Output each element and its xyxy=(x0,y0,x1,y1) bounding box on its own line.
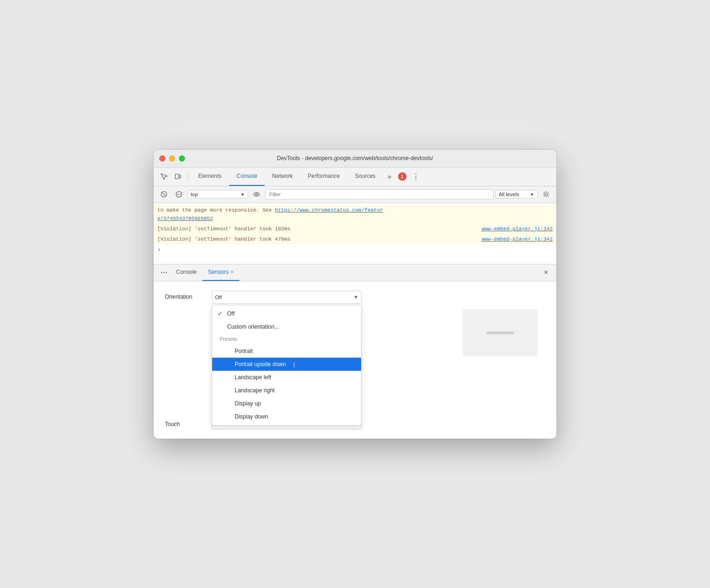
levels-selector[interactable]: All levels ▼ xyxy=(496,190,538,198)
sensors-tab-close[interactable]: × xyxy=(230,269,234,275)
orientation-selector[interactable]: Off ▼ xyxy=(212,291,362,304)
chromestatus-link2[interactable]: e/5745543795965952 xyxy=(157,216,213,221)
dropdown-item-landscape-right[interactable]: Landscape right xyxy=(212,384,361,397)
cursor-indicator: | xyxy=(293,361,295,368)
console-settings-button[interactable] xyxy=(540,188,553,201)
tab-navigation: Elements Console Network Performance Sou… xyxy=(191,167,383,186)
orientation-label: Orientation xyxy=(165,291,212,300)
error-count: 1 xyxy=(401,174,404,179)
prompt-chevron: › xyxy=(157,246,161,253)
svg-point-10 xyxy=(163,272,164,273)
drawer-tab-console[interactable]: Console xyxy=(170,264,202,281)
inspect-element-button[interactable] xyxy=(157,170,170,183)
dropdown-item-display-down[interactable]: Display down xyxy=(212,410,361,423)
toolbar-divider xyxy=(187,172,188,181)
tab-performance[interactable]: Performance xyxy=(300,167,348,186)
svg-rect-0 xyxy=(175,174,179,179)
main-menu-button[interactable]: ⋮ xyxy=(409,170,422,183)
console-prompt[interactable]: › xyxy=(154,244,556,255)
minimize-button[interactable] xyxy=(169,155,175,162)
drawer-more-button[interactable] xyxy=(157,266,170,279)
phone-mockup xyxy=(463,309,538,356)
clear-console-button[interactable] xyxy=(157,188,170,201)
maximize-button[interactable] xyxy=(179,155,185,162)
console-toolbar: top ▼ All levels ▼ xyxy=(154,186,556,203)
tab-network[interactable]: Network xyxy=(265,167,300,186)
phone-mockup-bar xyxy=(486,331,514,334)
dropdown-item-custom[interactable]: Custom orientation... xyxy=(212,320,361,333)
levels-value: All levels xyxy=(499,191,519,197)
svg-point-7 xyxy=(256,193,258,195)
orientation-arrow: ▼ xyxy=(354,294,358,300)
error-count-badge: 1 xyxy=(398,172,407,181)
main-toolbar: Elements Console Network Performance Sou… xyxy=(154,168,556,186)
sensors-panel: Orientation Off ▼ Off Custom orientation… xyxy=(154,281,556,439)
console-line-timeout1: [Violation] 'setTimeout' handler took 10… xyxy=(154,224,556,234)
svg-point-6 xyxy=(254,192,259,196)
dropdown-item-display-up[interactable]: Display up xyxy=(212,397,361,410)
orientation-control: Off ▼ Off Custom orientation... Presets xyxy=(212,291,545,304)
dropdown-item-landscape-left[interactable]: Landscape left xyxy=(212,371,361,384)
no-entry-button[interactable] xyxy=(172,188,185,201)
levels-arrow: ▼ xyxy=(530,192,534,197)
dropdown-item-portrait[interactable]: Portrait xyxy=(212,345,361,358)
drawer-tab-sensors[interactable]: Sensors × xyxy=(202,264,239,281)
console-line-timeout2: [Violation] 'setTimeout' handler took 47… xyxy=(154,234,556,244)
devtools-window: DevTools - developers.google.com/web/too… xyxy=(154,150,556,439)
touch-label: Touch xyxy=(165,418,212,427)
svg-point-8 xyxy=(545,193,547,196)
console-output: to make the page more responsive. See ht… xyxy=(154,203,556,264)
bottom-panel: Console Sensors × × Orientation Off ▼ xyxy=(154,264,556,439)
chromestatus-link[interactable]: https://www.chromestatus.com/featur xyxy=(275,207,383,213)
violation-text-2: [Violation] 'setTimeout' handler took 47… xyxy=(157,235,474,243)
svg-line-3 xyxy=(163,193,165,196)
svg-point-9 xyxy=(161,272,162,273)
context-value: top xyxy=(191,191,198,197)
svg-point-11 xyxy=(166,272,167,273)
device-toggle-button[interactable] xyxy=(171,170,185,183)
dropdown-item-portrait-upside-down[interactable]: Portrait upside down | xyxy=(212,358,361,371)
console-line-url-text: to make the page more responsive. See ht… xyxy=(157,206,553,223)
dropdown-item-off[interactable]: Off xyxy=(212,307,361,320)
close-button[interactable] xyxy=(159,155,165,162)
more-tabs-button[interactable]: » xyxy=(384,167,395,186)
title-bar: DevTools - developers.google.com/web/too… xyxy=(154,150,556,168)
violation-source-2[interactable]: www-embed-player.js:342 xyxy=(481,235,553,243)
violation-source-1[interactable]: www-embed-player.js:342 xyxy=(481,225,553,233)
orientation-dropdown: Off Custom orientation... Presets Portra… xyxy=(212,305,362,426)
drawer-tabs: Console Sensors × × xyxy=(154,265,556,281)
dropdown-section-presets: Presets xyxy=(212,333,361,345)
orientation-value: Off xyxy=(215,294,222,300)
context-selector[interactable]: top ▼ xyxy=(187,190,248,198)
orientation-row: Orientation Off ▼ Off Custom orientation… xyxy=(165,291,545,304)
tab-elements[interactable]: Elements xyxy=(191,167,229,186)
context-dropdown-arrow: ▼ xyxy=(240,192,245,197)
violation-text-1: [Violation] 'setTimeout' handler took 10… xyxy=(157,225,474,233)
drawer-close-button[interactable]: × xyxy=(540,266,553,279)
filter-input[interactable] xyxy=(265,189,494,199)
tab-sources[interactable]: Sources xyxy=(348,167,383,186)
window-title: DevTools - developers.google.com/web/too… xyxy=(277,155,433,162)
console-line-url: to make the page more responsive. See ht… xyxy=(154,205,556,224)
eye-icon[interactable] xyxy=(250,188,263,201)
tab-console[interactable]: Console xyxy=(229,167,265,186)
svg-rect-1 xyxy=(179,175,181,178)
traffic-lights xyxy=(159,155,185,162)
